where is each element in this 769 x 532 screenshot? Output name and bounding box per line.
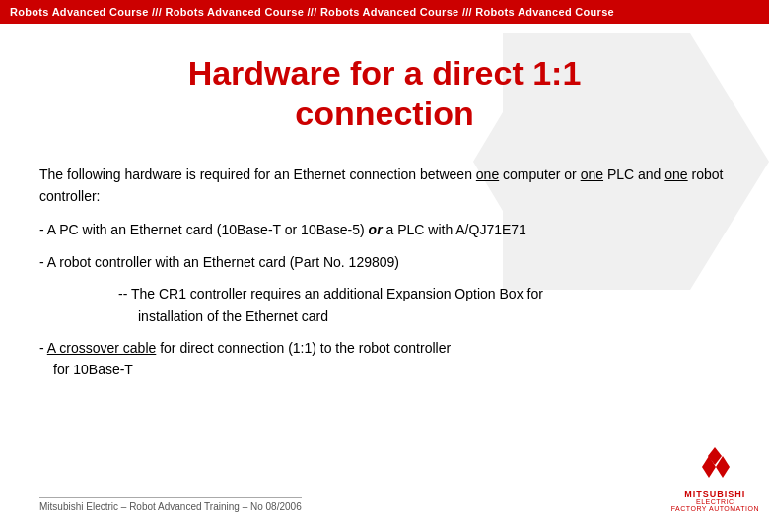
underline-one3: one xyxy=(664,166,687,182)
banner-text: Robots Advanced Course /// Robots Advanc… xyxy=(10,6,614,18)
main-title: Hardware for a direct 1:1 connection xyxy=(39,53,730,134)
sub-bullet: -- The CR1 controller requires an additi… xyxy=(39,283,730,327)
title-section: Hardware for a direct 1:1 connection xyxy=(39,43,730,134)
underline-one1: one xyxy=(476,166,499,182)
underline-one2: one xyxy=(581,166,603,182)
mitsubishi-electric: ELECTRIC xyxy=(671,499,759,505)
top-banner: Robots Advanced Course /// Robots Advanc… xyxy=(0,0,769,24)
main-content: Hardware for a direct 1:1 connection The… xyxy=(0,24,769,524)
mitsubishi-factory: FACTORY AUTOMATION xyxy=(671,505,759,512)
mitsubishi-name: MITSUBISHI xyxy=(671,489,759,499)
body-section: The following hardware is required for a… xyxy=(39,164,730,381)
title-line1: Hardware for a direct 1:1 xyxy=(39,53,730,94)
bullet1: - A PC with an Ethernet card (10Base-T o… xyxy=(39,219,730,240)
footer: Mitsubishi Electric – Robot Advanced Tra… xyxy=(39,445,759,512)
mitsubishi-text-block: MITSUBISHI ELECTRIC FACTORY AUTOMATION xyxy=(671,489,759,512)
mitsubishi-diamond-icon xyxy=(694,445,735,487)
sub-bullet-line2: installation of the Ethernet card xyxy=(118,308,328,324)
title-line2: connection xyxy=(39,94,730,134)
intro-paragraph: The following hardware is required for a… xyxy=(39,164,730,208)
bullet1-or: or xyxy=(369,222,383,237)
bullet3: - A crossover cable for direct connectio… xyxy=(39,337,730,381)
crossover-cable-label: A crossover cable xyxy=(47,340,157,356)
footer-label: Mitsubishi Electric – Robot Advanced Tra… xyxy=(39,501,302,512)
mitsubishi-logo: MITSUBISHI ELECTRIC FACTORY AUTOMATION xyxy=(671,445,759,512)
footer-text: Mitsubishi Electric – Robot Advanced Tra… xyxy=(39,497,302,512)
bullet3-line2: for 10Base-T xyxy=(39,362,133,377)
bullet2: - A robot controller with an Ethernet ca… xyxy=(39,251,730,273)
